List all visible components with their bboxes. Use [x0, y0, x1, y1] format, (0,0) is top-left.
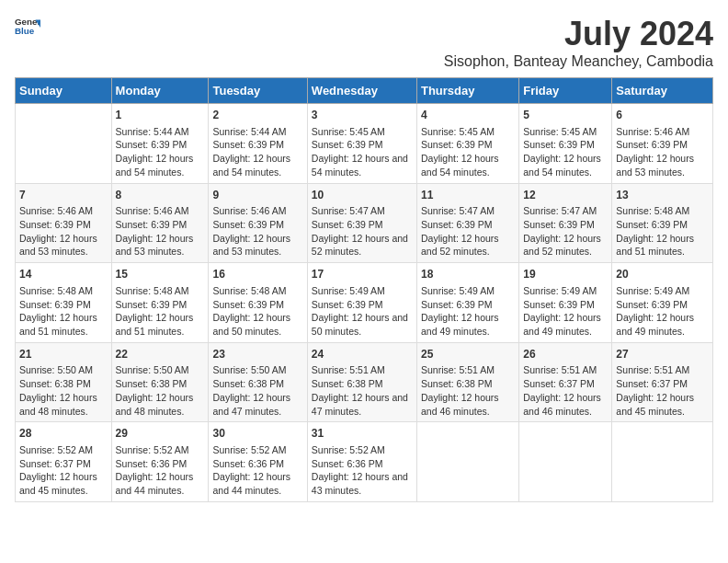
- cell-1-4: 3Sunrise: 5:45 AMSunset: 6:39 PMDaylight…: [307, 104, 416, 184]
- svg-text:Blue: Blue: [15, 26, 35, 36]
- cell-1-1: [16, 104, 112, 184]
- day-info-line: Sunset: 6:36 PM: [312, 457, 413, 471]
- day-info-line: Sunrise: 5:46 AM: [116, 204, 205, 218]
- cell-4-4: 24Sunrise: 5:51 AMSunset: 6:38 PMDayligh…: [307, 342, 416, 422]
- header-thursday: Thursday: [416, 78, 518, 104]
- day-number: 7: [19, 188, 108, 203]
- day-info-line: Sunrise: 5:46 AM: [212, 204, 302, 218]
- day-info-line: Sunset: 6:39 PM: [212, 218, 302, 232]
- calendar-header: Sunday Monday Tuesday Wednesday Thursday…: [16, 78, 713, 104]
- logo: General Blue: [15, 15, 40, 40]
- day-info-line: Daylight: 12 hours and 47 minutes.: [312, 391, 413, 418]
- day-info-line: Sunrise: 5:48 AM: [212, 284, 302, 298]
- day-info-line: Sunset: 6:39 PM: [19, 218, 108, 232]
- cell-3-7: 20Sunrise: 5:49 AMSunset: 6:39 PMDayligh…: [612, 263, 713, 343]
- day-info-line: Sunset: 6:37 PM: [616, 377, 709, 391]
- day-info-line: Daylight: 12 hours and 52 minutes.: [523, 232, 608, 259]
- day-info-line: Sunset: 6:39 PM: [421, 298, 515, 312]
- day-info-line: Sunrise: 5:52 AM: [212, 443, 302, 457]
- day-info-line: Sunset: 6:39 PM: [312, 218, 413, 232]
- day-number: 24: [312, 347, 413, 362]
- day-info-line: Sunset: 6:39 PM: [523, 138, 608, 152]
- cell-2-6: 12Sunrise: 5:47 AMSunset: 6:39 PMDayligh…: [519, 183, 612, 263]
- day-info-line: Sunset: 6:39 PM: [616, 138, 709, 152]
- day-info-line: Daylight: 12 hours and 54 minutes.: [421, 152, 515, 178]
- day-number: 15: [116, 267, 205, 282]
- day-info-line: Sunrise: 5:49 AM: [616, 284, 709, 298]
- day-info-line: Sunset: 6:38 PM: [312, 377, 413, 391]
- day-info-line: Sunrise: 5:46 AM: [616, 125, 709, 139]
- header-monday: Monday: [111, 78, 209, 104]
- day-number: 19: [523, 267, 608, 282]
- day-info-line: Sunset: 6:39 PM: [19, 298, 108, 312]
- day-info-line: Daylight: 12 hours and 46 minutes.: [421, 391, 515, 418]
- subtitle: Sisophon, Banteay Meanchey, Cambodia: [444, 53, 713, 70]
- day-number: 27: [616, 347, 709, 362]
- day-info-line: Daylight: 12 hours and 51 minutes.: [19, 311, 108, 338]
- day-info-line: Sunset: 6:39 PM: [421, 138, 515, 152]
- day-info-line: Daylight: 12 hours and 54 minutes.: [312, 152, 413, 178]
- day-info-line: Sunset: 6:39 PM: [212, 298, 302, 312]
- day-number: 3: [312, 108, 413, 123]
- day-info-line: Sunset: 6:39 PM: [116, 138, 205, 152]
- cell-5-2: 29Sunrise: 5:52 AMSunset: 6:36 PMDayligh…: [111, 422, 209, 502]
- calendar-body: 1Sunrise: 5:44 AMSunset: 6:39 PMDaylight…: [16, 104, 713, 502]
- cell-2-5: 11Sunrise: 5:47 AMSunset: 6:39 PMDayligh…: [416, 183, 518, 263]
- cell-5-7: [612, 422, 713, 502]
- day-number: 10: [312, 188, 413, 203]
- day-info-line: Sunrise: 5:49 AM: [421, 284, 515, 298]
- day-info-line: Daylight: 12 hours and 43 minutes.: [312, 470, 413, 497]
- day-info-line: Sunrise: 5:51 AM: [312, 363, 413, 377]
- day-info-line: Sunset: 6:38 PM: [116, 377, 205, 391]
- day-number: 21: [19, 347, 108, 362]
- header: General Blue July 2024 Sisophon, Banteay…: [15, 15, 713, 70]
- day-number: 28: [19, 426, 108, 442]
- day-number: 13: [616, 188, 709, 203]
- week-row-5: 28Sunrise: 5:52 AMSunset: 6:37 PMDayligh…: [16, 422, 713, 502]
- header-saturday: Saturday: [612, 78, 713, 104]
- day-info-line: Sunset: 6:36 PM: [212, 457, 302, 471]
- day-info-line: Daylight: 12 hours and 54 minutes.: [116, 152, 205, 178]
- day-info-line: Daylight: 12 hours and 49 minutes.: [421, 311, 515, 338]
- day-info-line: Daylight: 12 hours and 47 minutes.: [212, 391, 302, 418]
- day-info-line: Daylight: 12 hours and 50 minutes.: [312, 311, 413, 338]
- day-number: 23: [212, 347, 302, 362]
- day-info-line: Daylight: 12 hours and 52 minutes.: [421, 232, 515, 259]
- week-row-3: 14Sunrise: 5:48 AMSunset: 6:39 PMDayligh…: [16, 263, 713, 343]
- header-tuesday: Tuesday: [209, 78, 307, 104]
- cell-5-3: 30Sunrise: 5:52 AMSunset: 6:36 PMDayligh…: [209, 422, 307, 502]
- day-number: 5: [523, 108, 608, 123]
- week-row-4: 21Sunrise: 5:50 AMSunset: 6:38 PMDayligh…: [16, 342, 713, 422]
- day-info-line: Daylight: 12 hours and 49 minutes.: [616, 311, 709, 338]
- day-info-line: Daylight: 12 hours and 53 minutes.: [616, 152, 709, 178]
- cell-4-2: 22Sunrise: 5:50 AMSunset: 6:38 PMDayligh…: [111, 342, 209, 422]
- day-info-line: Sunset: 6:37 PM: [523, 377, 608, 391]
- day-info-line: Sunset: 6:39 PM: [312, 138, 413, 152]
- cell-1-7: 6Sunrise: 5:46 AMSunset: 6:39 PMDaylight…: [612, 104, 713, 184]
- day-info-line: Daylight: 12 hours and 53 minutes.: [116, 232, 205, 259]
- day-number: 14: [19, 267, 108, 282]
- day-info-line: Sunset: 6:38 PM: [212, 377, 302, 391]
- day-info-line: Daylight: 12 hours and 54 minutes.: [523, 152, 608, 178]
- day-info-line: Sunset: 6:39 PM: [616, 298, 709, 312]
- calendar-table: Sunday Monday Tuesday Wednesday Thursday…: [15, 77, 713, 502]
- day-info-line: Daylight: 12 hours and 44 minutes.: [116, 470, 205, 497]
- day-info-line: Daylight: 12 hours and 51 minutes.: [616, 232, 709, 259]
- header-sunday: Sunday: [16, 78, 112, 104]
- week-row-2: 7Sunrise: 5:46 AMSunset: 6:39 PMDaylight…: [16, 183, 713, 263]
- day-number: 29: [116, 426, 205, 442]
- day-info-line: Daylight: 12 hours and 48 minutes.: [116, 391, 205, 418]
- main-title: July 2024: [444, 15, 713, 53]
- day-info-line: Sunrise: 5:51 AM: [523, 363, 608, 377]
- day-number: 6: [616, 108, 709, 123]
- day-info-line: Sunset: 6:39 PM: [523, 218, 608, 232]
- cell-4-6: 26Sunrise: 5:51 AMSunset: 6:37 PMDayligh…: [519, 342, 612, 422]
- day-info-line: Sunset: 6:37 PM: [19, 457, 108, 471]
- cell-2-2: 8Sunrise: 5:46 AMSunset: 6:39 PMDaylight…: [111, 183, 209, 263]
- day-number: 20: [616, 267, 709, 282]
- day-info-line: Sunset: 6:39 PM: [421, 218, 515, 232]
- cell-3-5: 18Sunrise: 5:49 AMSunset: 6:39 PMDayligh…: [416, 263, 518, 343]
- day-info-line: Sunrise: 5:48 AM: [116, 284, 205, 298]
- day-number: 12: [523, 188, 608, 203]
- day-info-line: Daylight: 12 hours and 44 minutes.: [212, 470, 302, 497]
